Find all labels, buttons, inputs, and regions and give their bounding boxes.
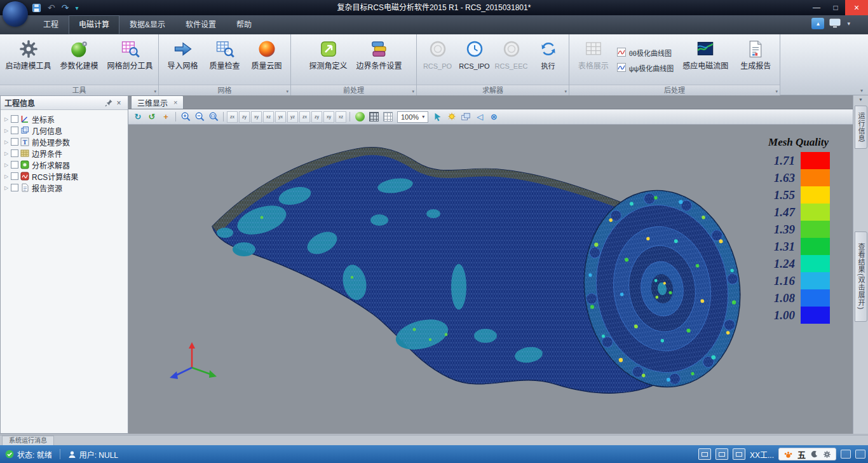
tree-item-preprocess-params[interactable]: ▷ T 前处理参数 <box>1 136 128 148</box>
solver-rcs-ipo-button[interactable]: RCS_IPO <box>456 36 493 85</box>
quality-cloud-button[interactable]: 质量云图 <box>246 36 288 85</box>
right-tab-run-info[interactable]: 运行信息 <box>855 106 867 149</box>
solver-rcs-eec-button[interactable]: RCS_EEC <box>493 36 530 85</box>
tab-em-compute[interactable]: 电磁计算 <box>69 15 119 34</box>
orbit-view-icon[interactable]: ↺ <box>146 111 158 123</box>
display-dropdown-icon[interactable]: ▾ <box>847 20 850 27</box>
checkbox[interactable] <box>11 172 18 180</box>
view-orientation-button[interactable]: yx <box>275 111 286 123</box>
undo-icon[interactable]: ↶ <box>48 1 55 14</box>
moon-icon[interactable] <box>810 450 818 459</box>
redo-icon[interactable]: ↷ <box>62 1 69 14</box>
view-orientation-button[interactable]: zy <box>311 111 322 123</box>
expander-icon[interactable]: ▷ <box>3 185 10 191</box>
zoom-out-icon[interactable] <box>193 111 206 123</box>
checkbox[interactable] <box>11 115 18 123</box>
expander-icon[interactable]: ▷ <box>3 151 10 156</box>
save-icon[interactable] <box>32 1 41 14</box>
stop-render-icon[interactable]: ⊗ <box>487 111 500 123</box>
tray-keyboard-icon[interactable] <box>841 450 851 459</box>
expander-icon[interactable]: ▷ <box>3 174 10 179</box>
generate-report-button[interactable]: 生成报告 <box>735 36 776 85</box>
taskbar-window-icon[interactable] <box>733 448 745 460</box>
collapse-ribbon-button[interactable]: ▲ <box>811 18 824 29</box>
tab-help[interactable]: 帮助 <box>226 15 262 34</box>
dialog-launcher-icon[interactable]: ▾ <box>154 89 156 94</box>
expander-icon[interactable]: ▷ <box>3 116 10 122</box>
tree-item-rcs-results[interactable]: ▷ RCS计算结果 <box>1 170 128 182</box>
expander-icon[interactable]: ▷ <box>3 139 10 145</box>
wireframe-view-icon[interactable] <box>381 111 394 123</box>
view-orientation-button[interactable]: xz <box>336 111 346 123</box>
dialog-launcher-icon[interactable]: ▾ <box>564 89 567 94</box>
layers-icon[interactable] <box>459 111 472 123</box>
checkbox[interactable] <box>11 161 18 169</box>
psi-polar-curve-button[interactable]: ψψ极化曲线图 <box>617 63 674 73</box>
tree-item-boundary-condition[interactable]: ▷ 边界条件 <box>1 148 128 159</box>
zoom-in-icon[interactable] <box>179 111 192 123</box>
checkbox[interactable] <box>11 184 18 191</box>
light-icon[interactable] <box>445 111 458 123</box>
expander-icon[interactable]: ▷ <box>3 162 10 168</box>
tab-data-display[interactable]: 数据&显示 <box>119 15 175 34</box>
rotate-view-icon[interactable]: ↻ <box>132 111 144 123</box>
3d-canvas[interactable]: Mesh Quality 1.71 1.63 1.55 1.47 1.39 1.… <box>128 125 853 434</box>
dialog-launcher-icon[interactable]: ▾ <box>286 89 288 94</box>
maximize-button[interactable]: □ <box>826 0 845 15</box>
display-icon[interactable] <box>829 18 842 29</box>
taskbar-window-icon[interactable] <box>698 448 711 460</box>
import-mesh-button[interactable]: 导入网格 <box>162 36 204 85</box>
back-icon[interactable]: ◁ <box>473 111 486 123</box>
checkbox[interactable] <box>11 149 18 157</box>
table-display-button[interactable]: 表格展示 <box>573 36 614 85</box>
view-orientation-button[interactable]: xy <box>251 111 262 123</box>
zoom-window-icon[interactable] <box>207 111 220 123</box>
checkbox[interactable] <box>11 127 18 134</box>
quality-check-button[interactable]: 质量检查 <box>204 36 246 85</box>
ribbon-collapse-icon[interactable]: ▾ <box>860 88 863 93</box>
ime-paw-icon[interactable] <box>783 450 793 459</box>
tab-3d-display[interactable]: 三维显示 × <box>131 95 184 109</box>
mesh-partition-tool-button[interactable]: 网格剖分工具 <box>105 36 156 85</box>
boundary-condition-button[interactable]: 边界条件设置 <box>354 36 405 85</box>
right-tab-view-results[interactable]: 查看结果(双击展开) <box>855 232 867 322</box>
solver-rcs-po-button[interactable]: RCS_PO <box>419 36 456 85</box>
pan-view-icon[interactable]: + <box>159 111 172 123</box>
minimize-button[interactable]: — <box>807 0 826 15</box>
view-orientation-button[interactable]: zx <box>299 111 310 123</box>
view-orientation-button[interactable]: xy <box>323 111 334 123</box>
view-orientation-button[interactable]: zy <box>239 111 250 123</box>
tab-project[interactable]: 工程 <box>33 15 69 34</box>
shaded-view-icon[interactable] <box>353 111 366 123</box>
parametric-modeling-button[interactable]: 参数化建模 <box>54 36 105 85</box>
checkbox[interactable] <box>11 138 18 146</box>
expander-icon[interactable]: ▷ <box>3 128 10 134</box>
dialog-launcher-icon[interactable]: ▾ <box>412 89 414 94</box>
launch-modeling-tool-button[interactable]: 启动建模工具 <box>3 36 54 85</box>
execute-button[interactable]: 执行 <box>530 36 567 85</box>
app-logo-icon[interactable] <box>3 1 28 27</box>
dock-arrow-icon[interactable]: ▼ <box>853 97 868 102</box>
probe-angle-button[interactable]: 探测角定义 <box>303 36 354 85</box>
pointer-select-icon[interactable] <box>431 111 444 123</box>
panel-close-icon[interactable]: × <box>114 98 124 108</box>
system-messages-tab[interactable]: 系统运行消息 <box>2 436 54 445</box>
tree-item-geometry-info[interactable]: ▷ 几何信息 <box>1 125 128 136</box>
tree-item-coordinate-system[interactable]: ▷ 坐标系 <box>1 113 128 125</box>
tab-settings[interactable]: 软件设置 <box>175 15 226 34</box>
dialog-launcher-icon[interactable]: ▾ <box>775 89 778 94</box>
ime-gear-icon[interactable] <box>823 450 831 459</box>
ime-mode-label[interactable]: 五 <box>797 448 806 460</box>
tab-close-icon[interactable]: × <box>173 99 177 106</box>
pin-icon[interactable] <box>104 98 114 108</box>
theta-polar-curve-button[interactable]: θθ极化曲线图 <box>617 48 674 58</box>
tray-tools-icon[interactable] <box>855 450 865 459</box>
view-orientation-button[interactable]: yz <box>287 111 298 123</box>
induction-current-map-button[interactable]: 感应电磁流图 <box>676 36 735 85</box>
tree-item-report-resources[interactable]: ▷ 报告资源 <box>1 182 128 193</box>
tree-item-analysis-solver[interactable]: ▷ 分析求解器 <box>1 159 128 170</box>
view-orientation-button[interactable]: zx <box>227 111 238 123</box>
close-button[interactable]: × <box>845 0 868 15</box>
zoom-level-dropdown[interactable]: 100% ▾ <box>397 111 428 123</box>
qat-dropdown-icon[interactable]: ▾ <box>75 1 78 14</box>
